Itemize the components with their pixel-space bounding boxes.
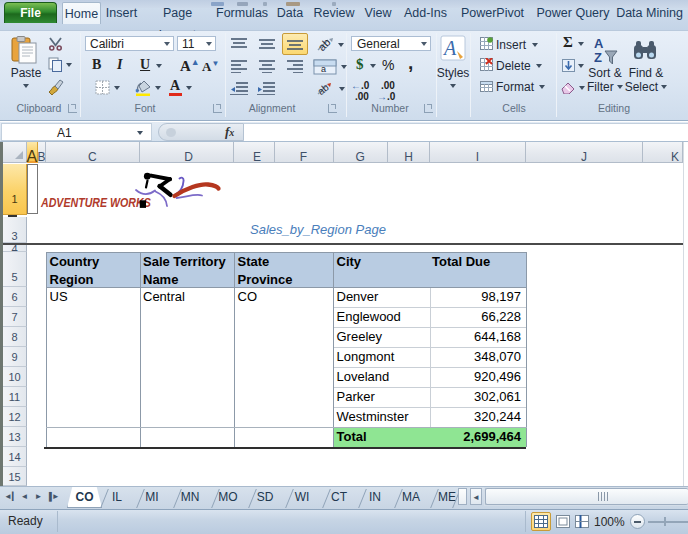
svg-text:A: A bbox=[594, 36, 604, 51]
svg-text:a: a bbox=[321, 64, 326, 74]
svg-text:Z: Z bbox=[594, 50, 602, 65]
svg-text:A: A bbox=[442, 37, 457, 59]
